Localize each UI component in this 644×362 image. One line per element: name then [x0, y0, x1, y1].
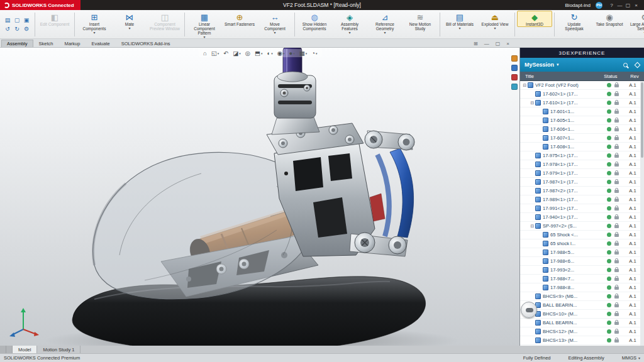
tree-row[interactable]: 17-988<8...A.1	[520, 283, 640, 292]
zoom-fit-button[interactable]: ⌂	[203, 50, 207, 57]
chevron-down-icon[interactable]: ▾	[348, 31, 350, 35]
restore-window-icon[interactable]: ▢	[624, 3, 632, 8]
smart-fasteners-button[interactable]: ⊕Smart Fasteners	[222, 11, 257, 27]
minimize-window-icon[interactable]: —	[616, 3, 624, 8]
pane-splitter-icon[interactable]	[6, 346, 13, 353]
collapse-icon[interactable]: ⊟	[530, 224, 535, 229]
companion-assistant-button[interactable]	[521, 302, 537, 318]
units-selector[interactable]: MMGS▾	[622, 355, 640, 361]
tree-group-row[interactable]: ⊟SP-997<2> (S...A.1	[520, 222, 640, 231]
app-logo[interactable]: SOLIDWORKS Connected	[0, 0, 80, 10]
take-snapshot-button[interactable]: ◉Take Snapshot	[592, 11, 627, 27]
assembly-features-button[interactable]: ◈Assembly Features▾	[332, 11, 367, 35]
pane-splitter-icon[interactable]	[0, 346, 6, 353]
chevron-down-icon[interactable]: ▾	[274, 31, 275, 35]
tree-row[interactable]: 17-979<1> (17...A.1	[520, 169, 640, 178]
chevron-down-icon[interactable]: ▾	[316, 52, 318, 55]
tree-row[interactable]: 17-975<1> (17...A.1	[520, 151, 640, 160]
chevron-down-icon[interactable]: ▾	[494, 26, 496, 30]
chevron-down-icon[interactable]: ▾	[557, 62, 559, 67]
clamp-assembly[interactable]	[272, 75, 319, 134]
close-window-icon[interactable]: ×	[632, 3, 640, 8]
exploded-view-button[interactable]: ⏏Exploded View▾	[477, 11, 513, 31]
save-icon[interactable]: ▣	[22, 16, 31, 25]
tree-row[interactable]: 17-978<1> (17...A.1	[520, 160, 640, 169]
edit-appearance-button[interactable]: ●▾	[289, 50, 295, 57]
chevron-down-icon[interactable]: ▾	[261, 52, 263, 55]
tree-row[interactable]: 17-987<1> (17...A.1	[520, 178, 640, 187]
column-rev[interactable]: Rev	[625, 74, 644, 79]
minimize-doc-icon[interactable]: —	[484, 41, 489, 47]
options-icon[interactable]: ⚙	[22, 25, 31, 33]
design-library-icon[interactable]	[511, 55, 518, 62]
open-document-icon[interactable]: ▢	[13, 16, 21, 25]
new-motion-study-button[interactable]: ≋New Motion Study	[402, 11, 438, 31]
hide-show-items-button[interactable]: ◉▾	[277, 50, 285, 57]
chevron-down-icon[interactable]: ▾	[271, 52, 273, 55]
tab-sketch[interactable]: Sketch	[33, 40, 59, 47]
tree-row[interactable]: 17-940<1> (17...A.1	[520, 213, 640, 222]
insert-components-button[interactable]: ⊞Insert Components▾	[77, 11, 112, 35]
chevron-down-icon[interactable]: ▾	[384, 31, 386, 35]
graphics-viewport[interactable]: ⌂◱▾↶◪▾◎⬒▾◐▾◉▾●▾▦▾◔▾	[0, 48, 519, 346]
tree-group-row[interactable]: ⊟17-610<1> (17...A.1	[520, 99, 640, 107]
update-speedpak-button[interactable]: ↻Update Speedpak	[557, 11, 592, 31]
column-status[interactable]: Status	[596, 74, 625, 79]
tree-row[interactable]: BHCS<12> (M...A.1	[520, 327, 640, 336]
instant3d-button[interactable]: ◆Instant3D	[517, 11, 552, 27]
mysession-dropdown[interactable]: MySession	[525, 62, 554, 68]
user-avatar[interactable]: PH	[596, 2, 602, 9]
restore-doc-icon[interactable]: ▢	[496, 41, 501, 47]
panel-scrollbar[interactable]	[640, 81, 644, 346]
close-doc-icon[interactable]: ×	[506, 41, 509, 47]
display-style-button[interactable]: ◐▾	[267, 50, 273, 57]
tree-row[interactable]: BHCS<13> (M...A.1	[520, 336, 640, 345]
tree-row[interactable]: BALL BEARIN...A.1	[520, 345, 640, 346]
chevron-down-icon[interactable]: ▾	[306, 52, 308, 55]
tree-row[interactable]: 17-606<1...A.1	[520, 125, 640, 134]
move-component-button[interactable]: ↔Move Component▾	[257, 11, 292, 35]
tree-row[interactable]: BHCS<10> (M...A.1	[520, 310, 640, 319]
collapse-icon[interactable]: ⊟	[530, 101, 535, 106]
chevron-down-icon[interactable]: ▾	[239, 52, 241, 55]
chevron-down-icon[interactable]: ▾	[283, 52, 285, 55]
chevron-down-icon[interactable]: ▾	[218, 52, 219, 55]
tree-row[interactable]: 65 shock l...A.1	[520, 239, 640, 248]
view-settings-button[interactable]: ◔▾	[311, 50, 317, 57]
tree-row[interactable]: 17-601<1...A.1	[520, 107, 640, 116]
help-icon[interactable]: ?	[608, 3, 616, 8]
viewport-menu-icon[interactable]: ⊞	[474, 41, 478, 47]
tree-row[interactable]: 17-605<1...A.1	[520, 116, 640, 125]
tree-row[interactable]: BHCS<9> (M6...A.1	[520, 292, 640, 301]
file-menu-icon[interactable]: ▤	[3, 16, 12, 25]
tree-group-row[interactable]: ⊟VF2 Foot (VF2 Foot)A.1	[520, 81, 640, 90]
scrollbar-thumb[interactable]	[641, 82, 643, 158]
collapse-icon[interactable]: ⊟	[522, 83, 528, 88]
chevron-down-icon[interactable]: ▾	[293, 52, 295, 55]
tree-row[interactable]: 17-987<2> (17...A.1	[520, 187, 640, 195]
tree-row[interactable]: 17-607<1...A.1	[520, 134, 640, 143]
doc-tab-model[interactable]: Model	[13, 346, 37, 353]
tree-row[interactable]: BALL BEARIN...A.1	[520, 301, 640, 310]
tree-row[interactable]: 17-988<6...A.1	[520, 257, 640, 266]
chevron-down-icon[interactable]: ▾	[638, 356, 640, 360]
tree-row[interactable]: 17-991<1> (17...A.1	[520, 204, 640, 213]
apply-scene-button[interactable]: ▦▾	[299, 50, 308, 57]
zoom-area-button[interactable]: ◱▾	[211, 50, 219, 57]
tab-evaluate[interactable]: Evaluate	[86, 40, 115, 47]
search-icon[interactable]	[623, 63, 628, 67]
column-title[interactable]: Title	[520, 74, 596, 79]
bill-of-materials-button[interactable]: ▤Bill of Materials▾	[442, 11, 477, 31]
linear-component-pattern-button[interactable]: ▦Linear Component Pattern▾	[187, 11, 222, 40]
mate-button[interactable]: ⋈Mate▾	[112, 11, 147, 31]
view-orientation-button[interactable]: ⬒▾	[255, 50, 263, 57]
appearances-icon[interactable]	[511, 74, 518, 80]
reference-geometry-button[interactable]: ⊿Reference Geometry▾	[367, 11, 402, 35]
dynamic-annotation-button[interactable]: ◎	[245, 50, 250, 57]
tree-row[interactable]: BALL BEARIN...A.1	[520, 319, 640, 327]
tree-row[interactable]: 65 Shock <...A.1	[520, 231, 640, 239]
tab-solidworks-add-ins[interactable]: SOLIDWORKS Add-ins	[116, 40, 176, 47]
chevron-down-icon[interactable]: ▾	[458, 26, 460, 30]
doc-tab-motion-study-1[interactable]: Motion Study 1	[37, 346, 80, 353]
chevron-down-icon[interactable]: ▾	[128, 26, 130, 30]
